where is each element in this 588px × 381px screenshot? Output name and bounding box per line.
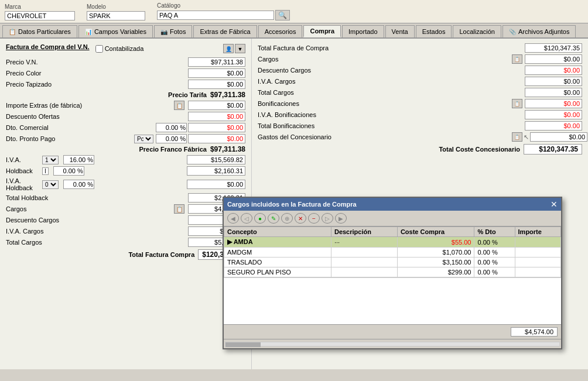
popup-btn-add[interactable]: ● (254, 213, 266, 224)
iva-val (95, 155, 245, 164)
right-section: Total Factura de Compra Cargos 📋 Descuen… (258, 43, 582, 155)
iva-select[interactable]: 1 (42, 156, 59, 164)
bonificaciones-input[interactable] (525, 99, 582, 108)
marca-input[interactable] (5, 11, 75, 20)
total-cargos-right-input[interactable] (525, 88, 582, 97)
popup-table-row[interactable]: AMDGM$1,070.000.00 % (224, 248, 561, 258)
total-coste-value: $120,347.35 (524, 144, 582, 155)
tab-estados[interactable]: Estados (416, 25, 452, 37)
bonificaciones-label: Bonificaciones (258, 100, 512, 107)
catalogo-search-button[interactable]: 🔍 (275, 10, 290, 20)
popup-table-row[interactable]: ▶ AMDA···$55.000.00 % (224, 237, 561, 248)
tab-extras[interactable]: Extras de Fábrica (193, 25, 257, 37)
holdback-pct-input[interactable] (53, 166, 84, 176)
col-concepto: Concepto (224, 227, 331, 237)
precio-vn-input[interactable] (188, 57, 245, 67)
tab-datos[interactable]: 📋Datos Particulares (2, 25, 77, 37)
descuento-ofertas-input[interactable] (188, 112, 245, 121)
precio-color-input[interactable] (188, 68, 245, 78)
iva-cargos-right-label: I.V.A. Cargos (258, 78, 512, 85)
scrollbar-thumb[interactable] (225, 342, 261, 347)
total-factura-label: Total Factura Compra (128, 251, 194, 258)
dto-pronto-val-input[interactable] (188, 134, 245, 143)
dto-comercial-pct-input[interactable] (156, 123, 187, 132)
desc-cargos-right-input[interactable] (525, 66, 582, 75)
dto-comercial-val-input[interactable] (188, 123, 245, 132)
user-icon[interactable]: 👤 (223, 44, 234, 53)
header-icons: 👤 ▼ (223, 44, 245, 53)
desc-cargos-left-label: Descuento Cargos (6, 217, 59, 224)
iva-holdback-pct-input[interactable] (63, 180, 94, 189)
desc-cargos-right-value (524, 66, 582, 75)
iva-holdback-row: I.V.A. Holdback 0 (6, 177, 245, 191)
holdback-val-input[interactable] (187, 166, 245, 176)
extras-icon-btn[interactable]: 📋 (174, 101, 184, 110)
cell-coste: $55.00 (397, 237, 474, 248)
popup-scrollbar[interactable] (224, 339, 561, 348)
iva-holdback-val-input[interactable] (187, 180, 245, 189)
gastos-input[interactable] (530, 132, 587, 142)
catalogo-input[interactable] (157, 11, 274, 20)
popup-table-row[interactable]: TRASLADO$3,150.000.00 % (224, 258, 561, 267)
total-factura-compra-input[interactable] (525, 43, 582, 53)
dto-pronto-dropdown: Por (134, 135, 155, 143)
gastos-icon-btn[interactable]: 📋 (512, 132, 522, 142)
dropdown-icon[interactable]: ▼ (235, 44, 245, 53)
campos-icon: 📊 (85, 29, 92, 35)
iva-bonificaciones-row: I.V.A. Bonificaciones (258, 110, 582, 119)
iva-val-input[interactable] (187, 155, 245, 164)
iva-pct-input[interactable] (63, 155, 94, 164)
contabilizada-checkbox[interactable] (95, 45, 103, 53)
dto-pronto-val (187, 134, 245, 143)
col-coste: Coste Compra (397, 227, 474, 237)
importe-extras-input[interactable] (188, 101, 245, 110)
precio-vn-value (187, 57, 245, 67)
tab-importado[interactable]: Importado (342, 25, 384, 37)
tab-localizacion[interactable]: Localización (453, 25, 501, 37)
popup-close-button[interactable]: ✕ (551, 200, 558, 209)
bonificaciones-row: Bonificaciones 📋 (258, 99, 582, 108)
popup-btn-2[interactable]: ◁ (241, 213, 252, 224)
tab-venta[interactable]: Venta (385, 25, 415, 37)
popup-btn-3[interactable]: ⊕ (281, 213, 293, 224)
left-panel: Factura de Compra del V.N. Contabilizada… (0, 39, 252, 369)
tab-fotos[interactable]: 📷Fotos (154, 25, 193, 37)
iva-holdback-pct (62, 180, 94, 189)
fotos-icon: 📷 (160, 29, 167, 35)
modelo-input[interactable] (87, 11, 145, 20)
cargos-left-label: Cargos (6, 205, 26, 212)
tab-archivos[interactable]: 📎Archivos Adjuntos (502, 25, 576, 37)
popup-btn-4[interactable]: − (308, 213, 320, 224)
cargos-right-input[interactable] (525, 54, 582, 64)
iva-cargos-left-row: I.V.A. Cargos (6, 226, 245, 236)
popup-table-row[interactable]: SEGURO PLAN PISO$299.000.00 % (224, 267, 561, 277)
dto-pronto-select[interactable]: Por (134, 135, 153, 143)
precio-color-row: Precio Color (6, 68, 245, 78)
tab-compra[interactable]: Compra (303, 25, 341, 37)
tab-campos[interactable]: 📊Campos Variables (78, 25, 153, 37)
total-cargos-left-row: Total Cargos (6, 238, 245, 247)
marca-label: Marca (5, 4, 75, 10)
precio-tarifa-label: Precio Tarifa (168, 91, 207, 98)
tab-accesorios[interactable]: Accesorios (258, 25, 303, 37)
precio-tapizado-input[interactable] (188, 80, 245, 89)
popup-btn-5[interactable]: ▷ (322, 213, 333, 224)
total-bonificaciones-input[interactable] (525, 121, 582, 131)
iva-bonificaciones-input[interactable] (525, 110, 582, 119)
marca-field: Marca (5, 4, 75, 20)
catalogo-label: Catálogo (157, 2, 290, 9)
cargos-right-icon-btn[interactable]: 📋 (512, 54, 522, 64)
iva-holdback-label: I.V.A. Holdback (6, 177, 41, 191)
iva-holdback-select[interactable]: 0 (42, 180, 59, 189)
dto-pronto-row: Dto. Pronto Pago Por (6, 134, 245, 143)
popup-btn-delete[interactable]: ✕ (295, 213, 306, 224)
precio-tapizado-value (187, 80, 245, 89)
cargos-icon-btn[interactable]: 📋 (174, 204, 184, 214)
iva-cargos-right-input[interactable] (525, 77, 582, 86)
popup-btn-edit[interactable]: ✎ (268, 213, 279, 224)
popup-btn-6[interactable]: ▶ (335, 213, 347, 224)
dto-pronto-pct-input[interactable] (156, 134, 187, 143)
bonificaciones-icon-btn[interactable]: 📋 (512, 99, 522, 108)
popup-btn-1[interactable]: ◀ (227, 213, 239, 224)
cargos-left-row: Cargos 📋 (6, 204, 245, 214)
